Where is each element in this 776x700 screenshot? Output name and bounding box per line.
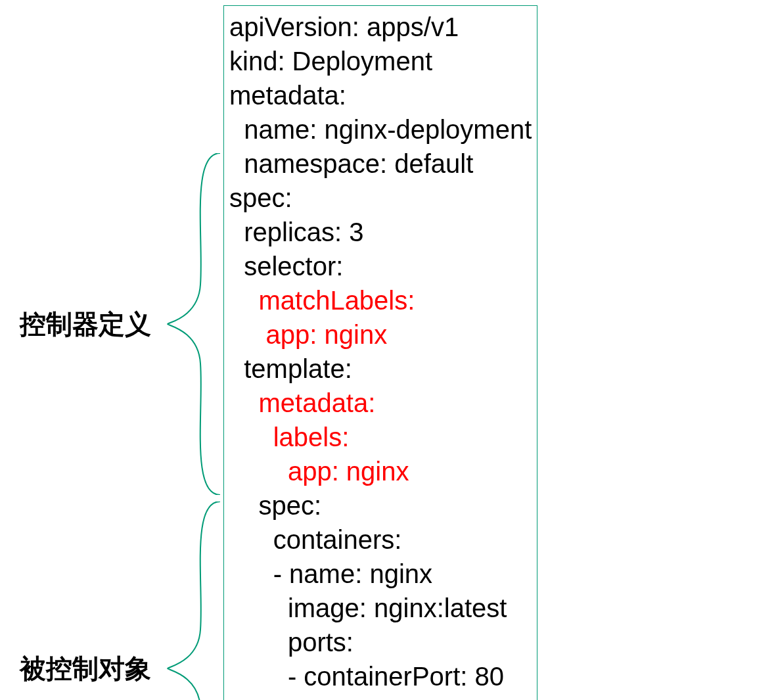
yaml-line: - containerPort: 80 <box>229 659 532 693</box>
curly-brace-icon <box>164 153 223 495</box>
controller-label: 控制器定义 <box>20 306 151 342</box>
labels-column: 控制器定义 被控制对象 <box>20 5 223 700</box>
yaml-line: metadata: <box>229 78 532 112</box>
yaml-line-highlight: app: nginx <box>229 454 532 488</box>
yaml-line: replicas: 3 <box>229 215 532 249</box>
yaml-line: kind: Deployment <box>229 44 532 78</box>
yaml-line: - name: nginx <box>229 557 532 591</box>
yaml-line: ports: <box>229 625 532 659</box>
yaml-line: name: nginx-deployment <box>229 112 532 147</box>
yaml-line: spec: <box>229 488 532 523</box>
curly-brace-icon <box>164 502 223 700</box>
yaml-line: namespace: default <box>229 147 532 181</box>
controlled-label: 被控制对象 <box>20 651 151 687</box>
yaml-line: apiVersion: apps/v1 <box>229 10 532 44</box>
yaml-line-highlight: app: nginx <box>229 317 532 352</box>
yaml-line: image: nginx:latest <box>229 591 532 625</box>
yaml-line-highlight: metadata: <box>229 386 532 420</box>
yaml-line-highlight: matchLabels: <box>229 283 532 317</box>
controlled-object-block: 被控制对象 <box>20 502 223 700</box>
yaml-line: spec: <box>229 181 532 215</box>
controller-definition-block: 控制器定义 <box>20 153 223 495</box>
yaml-line: template: <box>229 352 532 386</box>
yaml-line-highlight: labels: <box>229 420 532 454</box>
yaml-line: selector: <box>229 249 532 283</box>
diagram-container: 控制器定义 被控制对象 apiVersion: apps/v1 kind: De… <box>0 0 776 700</box>
yaml-line: containers: <box>229 523 532 557</box>
yaml-code-box: apiVersion: apps/v1 kind: Deployment met… <box>223 5 537 700</box>
